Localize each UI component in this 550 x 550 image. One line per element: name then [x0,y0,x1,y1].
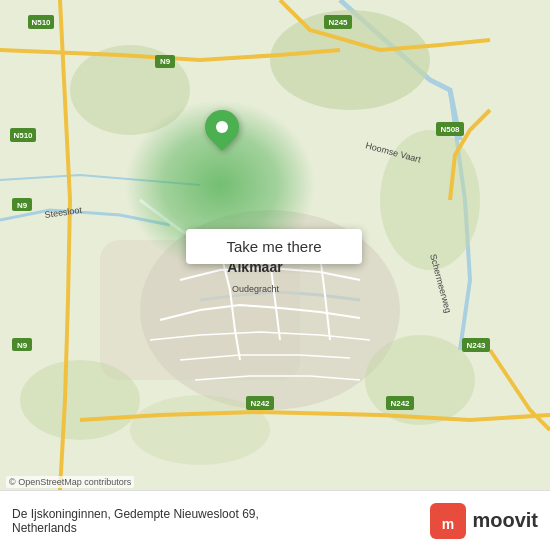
address-line1: De Ijskoninginnen, Gedempte Nieuwesloot … [12,507,430,521]
map-container: N510 N9 N510 N9 N9 N245 N508 N242 N242 N… [0,0,550,490]
footer: De Ijskoninginnen, Gedempte Nieuwesloot … [0,490,550,550]
svg-text:N510: N510 [31,18,51,27]
svg-text:N9: N9 [17,201,28,210]
pin-head [198,103,246,151]
svg-text:N508: N508 [440,125,460,134]
moovit-logo: m moovit [430,503,538,539]
take-me-there-button[interactable]: Take me there [186,229,362,264]
svg-text:N510: N510 [13,131,33,140]
address-line2: Netherlands [12,521,430,535]
svg-text:N242: N242 [390,399,410,408]
svg-text:Oudegracht: Oudegracht [232,284,280,294]
svg-point-6 [20,360,140,440]
svg-text:N9: N9 [160,57,171,66]
map-pin [205,110,239,154]
svg-text:N9: N9 [17,341,28,350]
svg-text:N245: N245 [328,18,348,27]
svg-text:N242: N242 [250,399,270,408]
osm-credit: © OpenStreetMap contributors [6,476,134,488]
pin-inner [216,121,228,133]
footer-logo: m moovit [430,503,538,539]
moovit-text: moovit [472,509,538,532]
svg-point-7 [365,335,475,425]
svg-text:N243: N243 [466,341,486,350]
svg-text:m: m [442,516,454,532]
footer-address: De Ijskoninginnen, Gedempte Nieuwesloot … [12,507,430,535]
moovit-icon: m [430,503,466,539]
